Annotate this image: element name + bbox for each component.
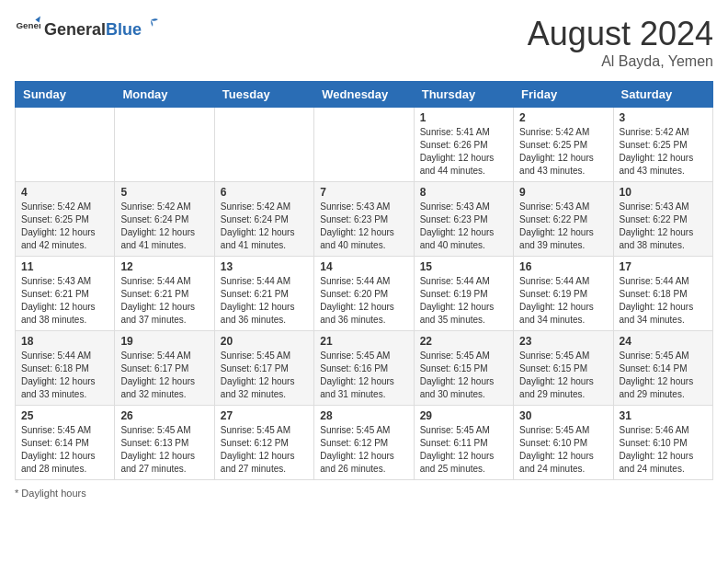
- calendar-cell: [314, 108, 414, 182]
- header-day-thursday: Thursday: [414, 82, 513, 108]
- calendar-cell: 17Sunrise: 5:44 AMSunset: 6:18 PMDayligh…: [613, 257, 712, 331]
- calendar-cell: 18Sunrise: 5:44 AMSunset: 6:18 PMDayligh…: [16, 331, 115, 406]
- cell-content: Sunrise: 5:43 AMSunset: 6:21 PMDaylight:…: [21, 275, 108, 327]
- day-number: 7: [320, 186, 407, 199]
- cell-content: Sunrise: 5:44 AMSunset: 6:20 PMDaylight:…: [320, 275, 407, 327]
- calendar-cell: 19Sunrise: 5:44 AMSunset: 6:17 PMDayligh…: [115, 331, 214, 406]
- day-number: 9: [519, 186, 607, 199]
- day-number: 25: [21, 409, 108, 422]
- svg-text:General: General: [16, 20, 40, 30]
- calendar-cell: 2Sunrise: 5:42 AMSunset: 6:25 PMDaylight…: [514, 108, 613, 182]
- location-subtitle: Al Bayda, Yemen: [528, 53, 713, 70]
- calendar-table: SundayMondayTuesdayWednesdayThursdayFrid…: [15, 81, 713, 480]
- calendar-cell: [115, 108, 214, 182]
- day-number: 29: [420, 409, 507, 422]
- logo: General General Blue: [15, 15, 160, 40]
- calendar-cell: [16, 108, 115, 182]
- calendar-cell: 8Sunrise: 5:43 AMSunset: 6:23 PMDaylight…: [414, 182, 513, 257]
- calendar-cell: 26Sunrise: 5:45 AMSunset: 6:13 PMDayligh…: [115, 406, 214, 480]
- cell-content: Sunrise: 5:43 AMSunset: 6:23 PMDaylight:…: [320, 201, 407, 252]
- cell-content: Sunrise: 5:45 AMSunset: 6:14 PMDaylight:…: [21, 424, 108, 476]
- calendar-cell: 16Sunrise: 5:44 AMSunset: 6:19 PMDayligh…: [514, 257, 613, 331]
- day-number: 24: [620, 335, 707, 348]
- calendar-cell: 23Sunrise: 5:45 AMSunset: 6:15 PMDayligh…: [514, 331, 613, 406]
- calendar-cell: 1Sunrise: 5:41 AMSunset: 6:26 PMDaylight…: [414, 108, 513, 182]
- cell-content: Sunrise: 5:45 AMSunset: 6:14 PMDaylight:…: [620, 350, 707, 401]
- day-number: 8: [420, 186, 507, 199]
- calendar-cell: 25Sunrise: 5:45 AMSunset: 6:14 PMDayligh…: [16, 406, 115, 480]
- day-number: 22: [420, 335, 507, 348]
- day-number: 12: [120, 260, 208, 273]
- day-number: 2: [519, 111, 607, 124]
- header-day-wednesday: Wednesday: [314, 82, 414, 108]
- cell-content: Sunrise: 5:44 AMSunset: 6:18 PMDaylight:…: [21, 350, 108, 401]
- header-day-saturday: Saturday: [613, 82, 712, 108]
- day-number: 4: [21, 186, 108, 199]
- cell-content: Sunrise: 5:45 AMSunset: 6:12 PMDaylight:…: [221, 424, 308, 476]
- week-row-5: 25Sunrise: 5:45 AMSunset: 6:14 PMDayligh…: [16, 406, 713, 480]
- calendar-cell: 28Sunrise: 5:45 AMSunset: 6:12 PMDayligh…: [314, 406, 414, 480]
- header-day-sunday: Sunday: [16, 82, 115, 108]
- calendar-cell: 3Sunrise: 5:42 AMSunset: 6:25 PMDaylight…: [613, 108, 712, 182]
- header: General General Blue August 2024 Al Bayd…: [15, 15, 713, 70]
- cell-content: Sunrise: 5:44 AMSunset: 6:17 PMDaylight:…: [120, 350, 208, 401]
- day-number: 5: [120, 186, 208, 199]
- day-number: 30: [519, 409, 607, 422]
- day-number: 26: [120, 409, 208, 422]
- calendar-cell: 29Sunrise: 5:45 AMSunset: 6:11 PMDayligh…: [414, 406, 513, 480]
- cell-content: Sunrise: 5:45 AMSunset: 6:17 PMDaylight:…: [221, 350, 308, 401]
- cell-content: Sunrise: 5:43 AMSunset: 6:23 PMDaylight:…: [420, 201, 507, 252]
- calendar-cell: 20Sunrise: 5:45 AMSunset: 6:17 PMDayligh…: [214, 331, 313, 406]
- daylight-note: Daylight hours: [21, 488, 85, 499]
- header-row: SundayMondayTuesdayWednesdayThursdayFrid…: [16, 82, 713, 108]
- week-row-2: 4Sunrise: 5:42 AMSunset: 6:25 PMDaylight…: [16, 182, 713, 257]
- month-year-title: August 2024: [528, 15, 713, 53]
- day-number: 21: [320, 335, 407, 348]
- day-number: 17: [620, 260, 707, 273]
- cell-content: Sunrise: 5:44 AMSunset: 6:21 PMDaylight:…: [120, 275, 208, 327]
- logo-blue-text: Blue: [106, 20, 142, 40]
- calendar-cell: 4Sunrise: 5:42 AMSunset: 6:25 PMDaylight…: [16, 182, 115, 257]
- cell-content: Sunrise: 5:44 AMSunset: 6:21 PMDaylight:…: [221, 275, 308, 327]
- logo-bird-icon: [142, 17, 160, 35]
- logo-icon: General: [15, 15, 40, 40]
- footer-note: * Daylight hours: [15, 488, 713, 499]
- calendar-cell: 5Sunrise: 5:42 AMSunset: 6:24 PMDaylight…: [115, 182, 214, 257]
- week-row-4: 18Sunrise: 5:44 AMSunset: 6:18 PMDayligh…: [16, 331, 713, 406]
- cell-content: Sunrise: 5:41 AMSunset: 6:26 PMDaylight:…: [420, 126, 507, 178]
- cell-content: Sunrise: 5:43 AMSunset: 6:22 PMDaylight:…: [620, 201, 707, 252]
- calendar-cell: 30Sunrise: 5:45 AMSunset: 6:10 PMDayligh…: [514, 406, 613, 480]
- day-number: 6: [221, 186, 308, 199]
- day-number: 23: [519, 335, 607, 348]
- cell-content: Sunrise: 5:42 AMSunset: 6:25 PMDaylight:…: [620, 126, 707, 178]
- calendar-cell: 9Sunrise: 5:43 AMSunset: 6:22 PMDaylight…: [514, 182, 613, 257]
- header-day-monday: Monday: [115, 82, 214, 108]
- header-day-tuesday: Tuesday: [214, 82, 313, 108]
- cell-content: Sunrise: 5:45 AMSunset: 6:12 PMDaylight:…: [320, 424, 407, 476]
- day-number: 13: [221, 260, 308, 273]
- day-number: 19: [120, 335, 208, 348]
- week-row-1: 1Sunrise: 5:41 AMSunset: 6:26 PMDaylight…: [16, 108, 713, 182]
- day-number: 16: [519, 260, 607, 273]
- cell-content: Sunrise: 5:42 AMSunset: 6:24 PMDaylight:…: [221, 201, 308, 252]
- day-number: 18: [21, 335, 108, 348]
- day-number: 1: [420, 111, 507, 124]
- day-number: 20: [221, 335, 308, 348]
- cell-content: Sunrise: 5:45 AMSunset: 6:13 PMDaylight:…: [120, 424, 208, 476]
- day-number: 27: [221, 409, 308, 422]
- calendar-header: SundayMondayTuesdayWednesdayThursdayFrid…: [16, 82, 713, 108]
- calendar-cell: 22Sunrise: 5:45 AMSunset: 6:15 PMDayligh…: [414, 331, 513, 406]
- cell-content: Sunrise: 5:46 AMSunset: 6:10 PMDaylight:…: [620, 424, 707, 476]
- day-number: 10: [620, 186, 707, 199]
- calendar-cell: 14Sunrise: 5:44 AMSunset: 6:20 PMDayligh…: [314, 257, 414, 331]
- logo-general-text: General: [44, 20, 106, 40]
- calendar-cell: 27Sunrise: 5:45 AMSunset: 6:12 PMDayligh…: [214, 406, 313, 480]
- cell-content: Sunrise: 5:44 AMSunset: 6:19 PMDaylight:…: [519, 275, 607, 327]
- calendar-cell: 6Sunrise: 5:42 AMSunset: 6:24 PMDaylight…: [214, 182, 313, 257]
- calendar-cell: 7Sunrise: 5:43 AMSunset: 6:23 PMDaylight…: [314, 182, 414, 257]
- day-number: 3: [620, 111, 707, 124]
- cell-content: Sunrise: 5:43 AMSunset: 6:22 PMDaylight:…: [519, 201, 607, 252]
- calendar-cell: 13Sunrise: 5:44 AMSunset: 6:21 PMDayligh…: [214, 257, 313, 331]
- calendar-cell: 24Sunrise: 5:45 AMSunset: 6:14 PMDayligh…: [613, 331, 712, 406]
- day-number: 14: [320, 260, 407, 273]
